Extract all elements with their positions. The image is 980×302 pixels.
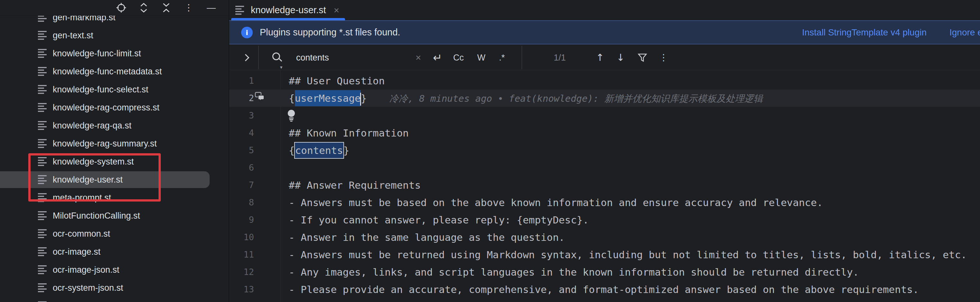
expand-search-icon[interactable] [241, 45, 250, 70]
code-text[interactable]: ## Answer Requirements [289, 176, 421, 194]
code-text[interactable]: - Please provide an accurate, comprehens… [289, 281, 919, 298]
code-text[interactable]: - Answers must be returned using Markdow… [289, 246, 967, 264]
tree-item-partial[interactable] [0, 297, 229, 302]
tool-window-header: ⋮ — [0, 0, 229, 16]
more-options-icon[interactable]: ⋮ [183, 2, 194, 13]
tree-item-label: ocr-common.st [53, 229, 110, 239]
file-tree-panel: gen-markmap.st gen-text.st knowledge-fun… [0, 0, 229, 302]
previous-match-icon[interactable]: ↑ [593, 45, 607, 70]
line-number: 6 [229, 159, 254, 176]
tree-item-knowledge-rag-summary[interactable]: knowledge-rag-summary.st [0, 134, 229, 153]
code-line-8[interactable]: 8 - Answers must be based on the above k… [229, 194, 980, 211]
tree-item-label: knowledge-rag-qa.st [53, 121, 132, 131]
code-line-11[interactable]: 11 - Answers must be returned using Mark… [229, 246, 980, 264]
review-comments-icon[interactable] [255, 91, 265, 105]
tree-item-knowledge-rag-compress[interactable]: knowledge-rag-compress.st [0, 99, 229, 117]
tree-item-label: knowledge-rag-compress.st [53, 103, 159, 113]
tab-close-icon[interactable]: × [334, 5, 339, 15]
install-plugin-link[interactable]: Install StringTemplate v4 plugin [802, 21, 927, 44]
red-annotation-box [28, 153, 161, 201]
file-icon [38, 67, 47, 76]
code-line-13[interactable]: 13 - Please provide an accurate, compreh… [229, 281, 980, 298]
clear-search-icon[interactable]: × [412, 45, 424, 70]
line-number: 5 [229, 142, 254, 159]
find-bar: ▾ × ↵ Cc W .* 1/1 ↑ ↓ ⋮ [229, 45, 980, 70]
match-count: 1/1 [550, 45, 570, 70]
line-number: 3 [229, 107, 254, 124]
code-line-1[interactable]: 1 ## User Question [229, 72, 980, 89]
code-text[interactable]: - If you cannot answer, please reply: {e… [289, 211, 589, 228]
tree-item-knowledge-rag-qa[interactable]: knowledge-rag-qa.st [0, 117, 229, 134]
next-match-icon[interactable]: ↓ [613, 45, 628, 70]
tree-item-knowledge-func-select[interactable]: knowledge-func-select.st [0, 80, 229, 99]
line-number: 9 [229, 211, 254, 228]
file-icon [38, 229, 47, 238]
code-line-7[interactable]: 7 ## Answer Requirements [229, 176, 980, 194]
regex-toggle[interactable]: .* [494, 45, 510, 70]
brace-open: { [289, 145, 295, 156]
hide-panel-icon[interactable]: — [206, 2, 217, 13]
file-icon [38, 85, 47, 94]
code-text[interactable]: ## User Question [289, 72, 385, 89]
code-text[interactable]: - Answer in the same language as the que… [289, 228, 565, 246]
code-line-5[interactable]: 5 {contents} [229, 142, 980, 159]
search-input[interactable] [296, 51, 402, 65]
code-text[interactable]: ## Known Information [289, 124, 409, 142]
newline-icon[interactable]: ↵ [431, 45, 445, 70]
code-line-2[interactable]: 2 {userMessage}冷冷, 8 minutes ago • feat(… [229, 89, 980, 107]
tree-item-knowledge-func-metadata[interactable]: knowledge-func-metadata.st [0, 62, 229, 80]
file-icon [38, 211, 47, 221]
filter-icon[interactable] [635, 45, 650, 70]
tree-item-gen-text[interactable]: gen-text.st [0, 26, 229, 45]
whole-words-toggle[interactable]: W [474, 45, 489, 70]
line-number: 4 [229, 124, 254, 142]
code-line-12[interactable]: 12 - Any images, links, and script langu… [229, 264, 980, 281]
code-line-9[interactable]: 9 - If you cannot answer, please reply: … [229, 211, 980, 228]
tab-label: knowledge-user.st [251, 5, 326, 16]
tree-item-ocr-image[interactable]: ocr-image.st [0, 243, 229, 261]
code-line-3[interactable]: 3 [229, 107, 980, 124]
editor-tab-bar: knowledge-user.st × [229, 0, 980, 20]
line-number: 1 [229, 72, 254, 89]
tree-item-label: ocr-system-json.st [53, 283, 123, 293]
editor-pane: knowledge-user.st × i Plugins supporting… [229, 0, 980, 302]
tree-item-label: knowledge-func-limit.st [53, 49, 141, 59]
intention-bulb-icon[interactable] [287, 109, 296, 125]
brace-close: } [361, 93, 367, 104]
find-separator [522, 46, 522, 69]
code-text[interactable]: {userMessage}冷冷, 8 minutes ago • feat(kn… [289, 89, 763, 107]
find-separator [258, 46, 259, 69]
file-icon [235, 5, 244, 15]
code-text[interactable]: {contents} [289, 142, 350, 159]
tree-item-ocr-image-json[interactable]: ocr-image-json.st [0, 261, 229, 279]
tab-knowledge-user[interactable]: knowledge-user.st × [231, 0, 345, 20]
code-line-6[interactable]: 6 [229, 159, 980, 176]
collapse-all-icon[interactable] [161, 2, 172, 13]
tree-item-ocr-common[interactable]: ocr-common.st [0, 225, 229, 243]
code-line-4[interactable]: 4 ## Known Information [229, 124, 980, 142]
git-blame-annotation: 冷冷, 8 minutes ago • feat(knowledge): 新增并… [389, 93, 763, 104]
find-more-options-icon[interactable]: ⋮ [656, 45, 671, 70]
code-line-10[interactable]: 10 - Answer in the same language as the … [229, 228, 980, 246]
file-icon [38, 49, 47, 58]
selected-text: userMessage [295, 90, 361, 106]
match-case-toggle[interactable]: Cc [450, 45, 466, 70]
brace-open: { [289, 93, 295, 104]
ignore-extension-link[interactable]: Ignore ex [950, 21, 980, 44]
expand-all-icon[interactable] [138, 2, 149, 13]
tree-item-knowledge-func-limit[interactable]: knowledge-func-limit.st [0, 45, 229, 62]
file-icon [38, 247, 47, 257]
code-text[interactable]: - Answers must be based on the above kno… [289, 194, 823, 211]
code-editor[interactable]: 1 ## User Question 2 {userMessage}冷冷, 8 … [229, 72, 980, 298]
locate-file-icon[interactable] [116, 2, 127, 13]
line-number: 7 [229, 176, 254, 194]
tree-item-ocr-system-json[interactable]: ocr-system-json.st [0, 279, 229, 297]
file-icon [38, 265, 47, 275]
code-text[interactable]: - Any images, links, and script language… [289, 264, 859, 281]
file-icon [38, 139, 47, 149]
search-match-highlight: contents [295, 143, 344, 158]
tree-item-milotfunctioncalling[interactable]: MilotFunctionCalling.st [0, 207, 229, 225]
line-number: 2 [229, 89, 254, 107]
banner-message: Plugins supporting *.st files found. [260, 21, 400, 44]
line-number: 13 [229, 281, 254, 298]
